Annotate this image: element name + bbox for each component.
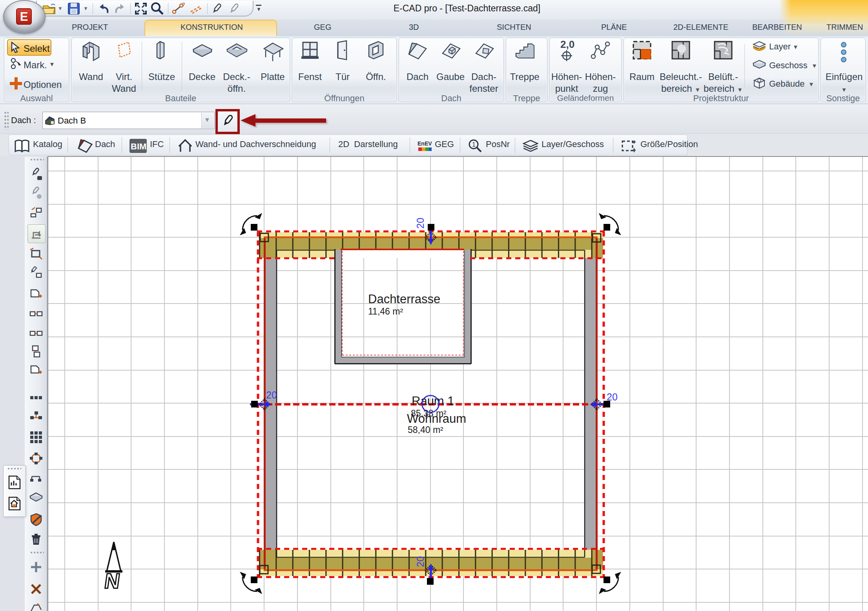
svg-text:N: N xyxy=(103,569,121,593)
svg-text:Dachterrasse: Dachterrasse xyxy=(368,292,440,306)
svg-text:Wohnraum: Wohnraum xyxy=(407,412,466,426)
svg-text:20: 20 xyxy=(415,218,426,229)
svg-text:11,46 m²: 11,46 m² xyxy=(368,306,403,316)
svg-text:20: 20 xyxy=(415,556,426,567)
svg-text:?: ? xyxy=(182,2,185,7)
svg-text:58,40 m²: 58,40 m² xyxy=(408,425,443,435)
svg-text:20: 20 xyxy=(266,389,277,400)
svg-text:20: 20 xyxy=(607,391,618,402)
